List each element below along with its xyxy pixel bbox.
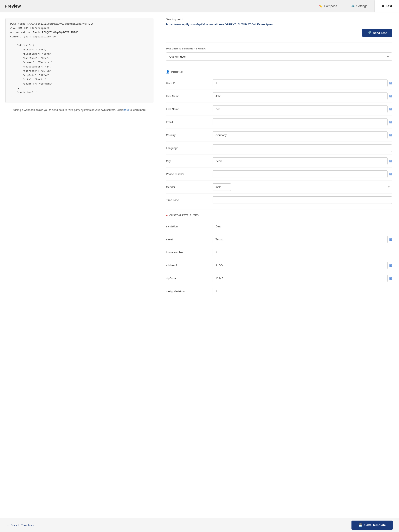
send-test-button[interactable]: 🔗 Send Test xyxy=(362,29,392,37)
db-icon-street[interactable]: ⊞ xyxy=(389,237,392,241)
preview-section-label: PREVIEW MESSAGE AS USER xyxy=(166,47,392,50)
footer: ← Back to Templates 💾 Save Template xyxy=(0,518,399,532)
db-icon-phone[interactable]: ⊞ xyxy=(389,172,392,176)
send-icon: 🔗 xyxy=(367,31,371,34)
back-to-templates-link[interactable]: ← Back to Templates xyxy=(6,524,34,527)
input-wrapper-city: ⊞ xyxy=(212,158,392,165)
db-icon-city[interactable]: ⊞ xyxy=(389,159,392,163)
profile-section: 👤 PROFILE User ID ⊞ First Name ⊞ xyxy=(166,66,392,207)
tab-compose-label: Compose xyxy=(324,5,337,8)
save-template-label: Save Template xyxy=(364,524,386,527)
input-email[interactable] xyxy=(212,119,387,126)
input-country[interactable] xyxy=(212,132,387,139)
db-icon-user-id[interactable]: ⊞ xyxy=(389,81,392,85)
custom-attributes-section: ♥ CUSTOM ATTRIBUTES salutation street ⊞ xyxy=(166,209,392,298)
code-block: POST https://www.optilyz.com/api/v3/auto… xyxy=(6,18,154,103)
label-user-id: User ID xyxy=(166,82,209,85)
db-icon-country[interactable]: ⊞ xyxy=(389,133,392,137)
field-city: City ⊞ xyxy=(166,155,392,168)
label-country: Country xyxy=(166,133,209,137)
input-wrapper-address2: ⊞ xyxy=(212,262,392,269)
tab-bar: ✏️ Compose ⚙️ Settings 👁 Test xyxy=(312,0,399,12)
db-icon-last-name[interactable]: ⊞ xyxy=(389,107,392,111)
label-phone: Phone Number xyxy=(166,172,209,176)
field-address2: address2 ⊞ xyxy=(166,259,392,272)
input-wrapper-design-variation xyxy=(212,288,392,295)
label-first-name: First Name xyxy=(166,95,209,98)
webhook-note-text: Adding a webhook allows you to send data… xyxy=(13,108,122,112)
field-timezone: Time Zone xyxy=(166,194,392,207)
header: Preview ✏️ Compose ⚙️ Settings 👁 Test xyxy=(0,0,399,13)
field-language: Language xyxy=(166,142,392,155)
field-email: Email ⊞ xyxy=(166,116,392,129)
arrow-left-icon: ← xyxy=(6,524,9,527)
field-first-name: First Name ⊞ xyxy=(166,90,392,103)
tab-settings[interactable]: ⚙️ Settings xyxy=(344,0,374,12)
left-panel: POST https://www.optilyz.com/api/v3/auto… xyxy=(0,13,159,518)
label-address2: address2 xyxy=(166,264,209,267)
input-design-variation[interactable] xyxy=(212,288,392,295)
input-last-name[interactable] xyxy=(212,106,387,113)
send-test-section: Sending test to: https://www.optilyz.com… xyxy=(166,18,392,43)
tab-test[interactable]: 👁 Test xyxy=(374,0,399,12)
label-salutation: salutation xyxy=(166,225,209,228)
input-gender[interactable]: male female other xyxy=(212,184,231,191)
input-language[interactable] xyxy=(212,145,392,152)
field-user-id: User ID ⊞ xyxy=(166,77,392,90)
profile-section-label: PROFILE xyxy=(171,70,183,74)
field-house-number: houseNumber xyxy=(166,246,392,259)
user-icon: 👤 xyxy=(166,70,170,74)
label-city: City xyxy=(166,159,209,163)
user-select[interactable]: Custom user User 1 User 2 xyxy=(166,52,392,61)
custom-section-label: CUSTOM ATTRIBUTES xyxy=(169,214,199,217)
db-icon-zipcode[interactable]: ⊞ xyxy=(389,276,392,280)
label-email: Email xyxy=(166,120,209,124)
field-street: street ⊞ xyxy=(166,233,392,246)
label-zipcode: zipCode xyxy=(166,277,209,280)
webhook-note-end: to learn more. xyxy=(129,108,146,112)
send-test-url: https://www.optilyz.com/api/v3/automatio… xyxy=(166,23,392,26)
custom-attributes-header: ♥ CUSTOM ATTRIBUTES xyxy=(166,214,392,217)
field-country: Country ⊞ xyxy=(166,129,392,142)
gender-select-arrow-icon: ▼ xyxy=(388,186,390,189)
label-design-variation: designVariation xyxy=(166,290,209,293)
db-icon-email[interactable]: ⊞ xyxy=(389,120,392,124)
webhook-note: Adding a webhook allows you to send data… xyxy=(6,108,154,112)
tab-compose[interactable]: ✏️ Compose xyxy=(312,0,344,12)
user-select-wrapper: Custom user User 1 User 2 ▼ xyxy=(166,52,392,61)
tab-settings-label: Settings xyxy=(356,5,367,8)
input-wrapper-user-id: ⊞ xyxy=(212,80,392,87)
input-wrapper-zipcode: ⊞ xyxy=(212,275,392,282)
input-wrapper-language xyxy=(212,145,392,152)
label-language: Language xyxy=(166,146,209,150)
input-wrapper-house-number xyxy=(212,249,392,256)
input-wrapper-phone: ⊞ xyxy=(212,171,392,178)
input-house-number[interactable] xyxy=(212,249,392,256)
input-salutation[interactable] xyxy=(212,223,392,230)
label-last-name: Last Name xyxy=(166,108,209,111)
input-city[interactable] xyxy=(212,158,387,165)
field-last-name: Last Name ⊞ xyxy=(166,103,392,116)
heart-icon: ♥ xyxy=(166,214,168,217)
webhook-learn-more-link[interactable]: here xyxy=(123,108,129,112)
input-phone[interactable] xyxy=(212,171,387,178)
label-street: street xyxy=(166,238,209,241)
input-timezone[interactable] xyxy=(212,196,392,204)
send-test-label: Sending test to: xyxy=(166,18,392,21)
save-icon: 💾 xyxy=(359,523,362,527)
input-user-id[interactable] xyxy=(212,80,387,87)
main-layout: POST https://www.optilyz.com/api/v3/auto… xyxy=(0,13,399,518)
input-address2[interactable] xyxy=(212,262,387,269)
field-gender: Gender male female other ▼ xyxy=(166,181,392,194)
save-template-button[interactable]: 💾 Save Template xyxy=(352,520,393,530)
db-icon-first-name[interactable]: ⊞ xyxy=(389,94,392,98)
input-wrapper-timezone xyxy=(212,196,392,204)
field-phone: Phone Number ⊞ xyxy=(166,168,392,181)
input-street[interactable] xyxy=(212,236,387,243)
field-zipcode: zipCode ⊞ xyxy=(166,272,392,285)
input-zipcode[interactable] xyxy=(212,275,387,282)
label-house-number: houseNumber xyxy=(166,251,209,254)
input-first-name[interactable] xyxy=(212,93,387,100)
profile-header: 👤 PROFILE xyxy=(166,70,392,74)
db-icon-address2[interactable]: ⊞ xyxy=(389,263,392,267)
